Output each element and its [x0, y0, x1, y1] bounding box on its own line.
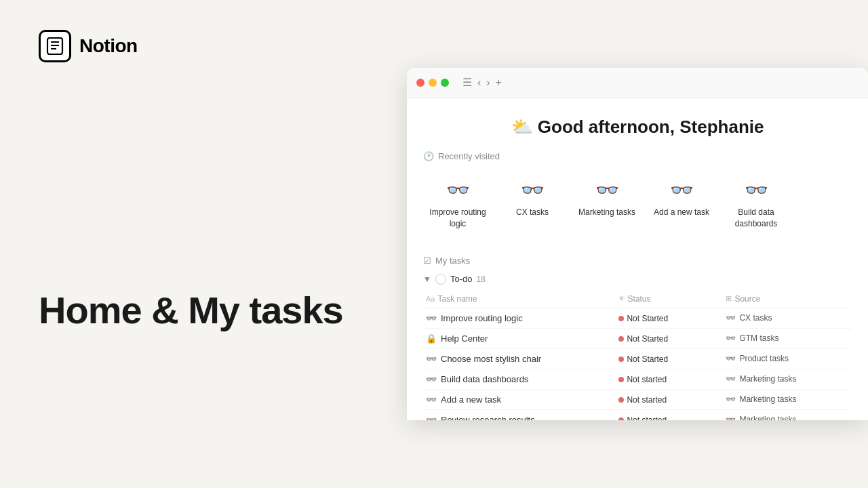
- status-text-0: Not Started: [627, 314, 668, 323]
- source-text-0: CX tasks: [739, 313, 772, 323]
- status-header-icon: ✳: [618, 294, 625, 303]
- card-label-0: Improve routing logic: [426, 207, 490, 230]
- status-badge-2: Not Started: [618, 354, 668, 364]
- tasks-section: ☑ My tasks ▼ To-do 18 Aa Task name: [407, 256, 868, 420]
- status-dot-4: [618, 397, 624, 403]
- notion-logo-icon: [39, 30, 71, 62]
- titlebar-icons: ☰ ‹ › +: [462, 76, 502, 89]
- todo-count: 18: [476, 274, 485, 284]
- todo-row: ▼ To-do 18: [423, 274, 852, 285]
- status-badge-5: Not started: [618, 415, 667, 420]
- task-emoji-5: 👓: [426, 415, 437, 420]
- traffic-lights: [416, 79, 449, 87]
- card-item-2[interactable]: 👓 Marketing tasks: [570, 172, 644, 237]
- card-emoji-2: 👓: [595, 179, 619, 201]
- card-label-3: Add a new task: [654, 207, 709, 218]
- main-content: ⛅ Good afternoon, Stephanie 🕐 Recently v…: [407, 98, 868, 420]
- tasks-table: Aa Task name ✳ Status ⊞: [423, 290, 852, 420]
- source-emoji-4: 👓: [726, 394, 736, 404]
- col-header-source: ⊞ Source: [726, 294, 849, 304]
- card-emoji-0: 👓: [446, 179, 470, 201]
- recently-visited-header: 🕐 Recently visited: [407, 151, 868, 161]
- table-row[interactable]: 👓 Choose most stylish chair Not Started …: [423, 348, 852, 369]
- source-emoji-3: 👓: [726, 374, 736, 384]
- titlebar: ☰ ‹ › +: [407, 68, 868, 98]
- status-dot-3: [618, 377, 624, 382]
- status-dot-2: [618, 357, 624, 362]
- card-label-2: Marketing tasks: [578, 207, 635, 218]
- source-emoji-1: 👓: [726, 333, 736, 343]
- task-emoji-1: 🔒: [426, 333, 437, 344]
- greeting-message: Good afternoon, Stephanie: [538, 117, 764, 137]
- source-cell-5: 👓 Marketing tasks: [726, 415, 849, 420]
- table-row[interactable]: 🔒 Help Center Not Started 👓 GTM tasks: [423, 328, 852, 348]
- col-name-label: Task name: [437, 294, 477, 304]
- status-text-5: Not started: [627, 415, 667, 420]
- greeting-section: ⛅ Good afternoon, Stephanie: [407, 98, 868, 151]
- table-row[interactable]: 👓 Build data dashboards Not started 👓 Ma…: [423, 369, 852, 389]
- status-badge-1: Not Started: [618, 334, 668, 344]
- source-emoji-5: 👓: [726, 415, 736, 420]
- source-text-4: Marketing tasks: [739, 394, 796, 404]
- text-icon: Aa: [426, 295, 435, 303]
- source-emoji-2: 👓: [726, 354, 736, 363]
- task-name-cell-4: 👓 Add a new task: [426, 394, 613, 405]
- status-badge-3: Not started: [618, 375, 667, 384]
- recently-visited-label: Recently visited: [438, 151, 500, 161]
- table-row[interactable]: 👓 Add a new task Not started 👓 Marketing…: [423, 389, 852, 409]
- menu-icon[interactable]: ☰: [462, 76, 472, 89]
- col-status-label: Status: [627, 294, 650, 304]
- todo-toggle[interactable]: ▼: [423, 274, 431, 284]
- card-label-4: Build data dashboards: [724, 207, 788, 230]
- source-header-icon: ⊞: [726, 294, 732, 303]
- todo-circle: [435, 274, 446, 285]
- card-item-0[interactable]: 👓 Improve routing logic: [420, 172, 495, 237]
- back-icon[interactable]: ‹: [477, 77, 481, 89]
- forward-icon[interactable]: ›: [486, 77, 490, 89]
- status-text-1: Not Started: [627, 334, 668, 344]
- status-badge-4: Not started: [618, 395, 667, 405]
- task-emoji-4: 👓: [426, 394, 437, 405]
- col-source-label: Source: [734, 294, 760, 304]
- status-text-2: Not Started: [627, 354, 668, 364]
- notion-logo: Notion: [39, 30, 138, 62]
- card-item-1[interactable]: 👓 CX tasks: [495, 172, 570, 237]
- app-window: ☰ ‹ › + ⛅ Good afternoon, Stephanie 🕐 Re…: [407, 68, 868, 420]
- task-name-5: Review research results: [441, 415, 535, 420]
- task-name-2: Choose most stylish chair: [441, 354, 541, 364]
- status-badge-0: Not Started: [618, 314, 668, 323]
- status-text-4: Not started: [627, 395, 667, 405]
- status-dot-1: [618, 336, 624, 342]
- task-name-0: Improve routing logic: [441, 313, 523, 323]
- add-icon[interactable]: +: [496, 77, 502, 89]
- source-emoji-0: 👓: [726, 313, 736, 323]
- card-emoji-4: 👓: [745, 179, 768, 201]
- source-text-1: GTM tasks: [739, 333, 778, 343]
- task-name-cell-5: 👓 Review research results: [426, 415, 613, 420]
- col-header-status: ✳ Status: [618, 294, 720, 304]
- table-row[interactable]: 👓 Review research results Not started 👓 …: [423, 409, 852, 420]
- task-name-4: Add a new task: [441, 394, 501, 405]
- tasks-header: ☑ My tasks: [423, 256, 852, 266]
- source-cell-0: 👓 CX tasks: [726, 313, 849, 323]
- table-row[interactable]: 👓 Improve routing logic Not Started 👓 CX…: [423, 308, 852, 328]
- card-item-4[interactable]: 👓 Build data dashboards: [719, 172, 793, 237]
- clock-icon: 🕐: [423, 151, 434, 161]
- task-name-cell-2: 👓 Choose most stylish chair: [426, 354, 613, 364]
- task-emoji-2: 👓: [426, 354, 437, 364]
- notion-logo-text: Notion: [79, 35, 138, 57]
- close-button[interactable]: [416, 79, 425, 87]
- status-dot-5: [618, 418, 624, 420]
- card-item-3[interactable]: 👓 Add a new task: [644, 172, 719, 237]
- source-cell-1: 👓 GTM tasks: [726, 333, 849, 343]
- todo-label: To-do: [450, 274, 473, 284]
- card-emoji-1: 👓: [521, 179, 545, 201]
- left-panel: Notion Home & My tasks: [0, 0, 400, 488]
- task-name-cell-0: 👓 Improve routing logic: [426, 313, 613, 323]
- task-name-cell-1: 🔒 Help Center: [426, 333, 613, 344]
- minimize-button[interactable]: [429, 79, 437, 87]
- card-label-1: CX tasks: [516, 207, 549, 218]
- task-name-1: Help Center: [441, 333, 488, 344]
- maximize-button[interactable]: [441, 79, 449, 87]
- hero-title: Home & My tasks: [39, 289, 343, 332]
